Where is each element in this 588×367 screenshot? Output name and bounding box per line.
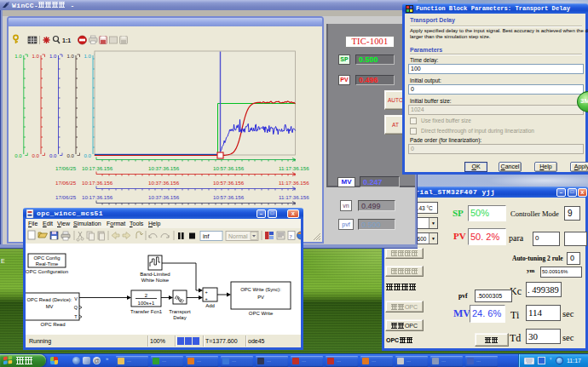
svg-text:10:17:36.156: 10:17:36.156 <box>82 180 113 186</box>
svg-text:OPC Config: OPC Config <box>34 255 61 261</box>
svg-text:Real-Time: Real-Time <box>36 261 59 267</box>
svg-text:OPC Configuration: OPC Configuration <box>26 269 68 274</box>
svg-text:10:37:36.156: 10:37:36.156 <box>148 180 180 186</box>
svg-text:0.0: 0.0 <box>49 153 57 158</box>
svg-text:inf: inf <box>203 233 209 239</box>
svg-text:10:37:36.156: 10:37:36.156 <box>148 165 180 171</box>
svg-text:OPC Read (Device):: OPC Read (Device): <box>27 297 72 302</box>
svg-text:White Noise: White Noise <box>141 278 170 283</box>
svg-text:17/06/25: 17/06/25 <box>55 180 77 186</box>
svg-text:1.0: 1.0 <box>67 54 75 59</box>
svg-text:10:57:36.156: 10:57:36.156 <box>213 165 245 171</box>
svg-text:0.0: 0.0 <box>14 153 22 158</box>
svg-text:1.0: 1.0 <box>49 54 57 59</box>
svg-text:OPC Write: OPC Write <box>249 311 274 316</box>
svg-text:0.0: 0.0 <box>84 153 92 158</box>
svg-text:11:17:36.156: 11:17:36.156 <box>279 165 309 171</box>
svg-text:OPC Read: OPC Read <box>40 322 65 327</box>
svg-text:?: ? <box>290 233 292 240</box>
svg-text:100s+1: 100s+1 <box>138 301 156 306</box>
svg-text:0.0: 0.0 <box>67 153 75 158</box>
svg-text:1.0: 1.0 <box>84 54 92 59</box>
svg-text:Delay: Delay <box>173 315 186 320</box>
svg-text:10:37:36.156: 10:37:36.156 <box>148 194 180 200</box>
svg-text:Normal: Normal <box>228 233 248 239</box>
svg-text:Transfer Fcn1: Transfer Fcn1 <box>130 309 163 314</box>
svg-text:1:1: 1:1 <box>62 37 71 43</box>
svg-text:Transport: Transport <box>169 309 191 314</box>
svg-text:V: V <box>74 296 78 301</box>
svg-text:OPC Write (Sync):: OPC Write (Sync): <box>240 287 281 292</box>
svg-text:1.0: 1.0 <box>14 54 22 59</box>
svg-text:Band-Limited: Band-Limited <box>140 272 170 277</box>
svg-text:10:57:36.156: 10:57:36.156 <box>213 194 245 200</box>
svg-text:0.0: 0.0 <box>32 153 40 158</box>
svg-text:Q: Q <box>74 305 78 310</box>
svg-text:10:57:36.156: 10:57:36.156 <box>213 180 245 186</box>
svg-text:11:17:36.156: 11:17:36.156 <box>279 194 309 200</box>
svg-text:+: + <box>205 296 207 301</box>
svg-text:17/06/25: 17/06/25 <box>55 194 77 200</box>
svg-text:10:17:36.156: 10:17:36.156 <box>82 194 113 200</box>
svg-text:11:17:36.156: 11:17:36.156 <box>279 180 309 186</box>
svg-text:PV: PV <box>257 295 264 300</box>
svg-text:MV: MV <box>46 304 54 309</box>
svg-text:17/06/25: 17/06/25 <box>55 165 77 171</box>
svg-text:10:17:36.156: 10:17:36.156 <box>82 165 113 171</box>
svg-text:+: + <box>205 290 207 295</box>
svg-text:Add: Add <box>205 303 215 308</box>
svg-text:1.0: 1.0 <box>32 54 40 59</box>
